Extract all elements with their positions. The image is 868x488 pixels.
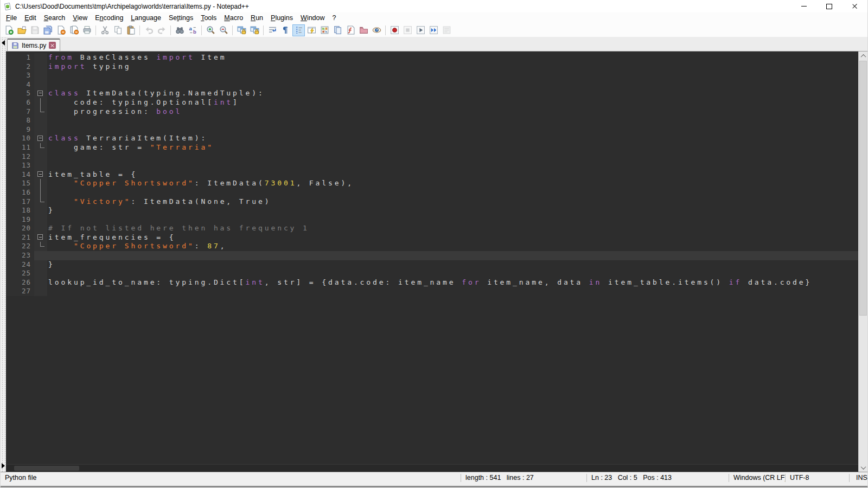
code-line-11[interactable]: 11 game: str = "Terraria" [6,143,858,152]
macro-save-icon[interactable] [441,24,453,36]
code-line-10[interactable]: 10class TerrariaItem(Item): [6,134,858,143]
code-line-24[interactable]: 24} [6,260,858,269]
code-line-25[interactable]: 25 [6,269,858,278]
macro-play-icon[interactable] [414,24,427,36]
code-line-12[interactable]: 12 [6,152,858,162]
dock-expand-right-icon[interactable] [2,463,5,468]
undo-icon[interactable] [143,24,155,36]
cut-icon[interactable] [99,24,111,36]
menu-item-window[interactable]: Window [297,13,328,23]
monitoring-icon[interactable] [371,24,383,36]
vertical-scrollbar-thumb[interactable] [859,61,867,316]
code-line-2[interactable]: 2import typing [6,62,858,72]
code-line-18[interactable]: 18} [6,206,858,215]
fold-collapse-icon[interactable] [34,89,47,98]
save-all-icon[interactable] [42,24,54,36]
menu-item-settings[interactable]: Settings [165,13,197,23]
code-line-1[interactable]: 1from BaseClasses import Item [6,53,858,62]
text-editor[interactable]: 1from BaseClasses import Item2import typ… [6,52,858,472]
replace-icon[interactable]: ab [187,24,199,36]
code-line-5[interactable]: 5class ItemData(typing.NamedTuple): [6,89,858,98]
open-icon[interactable] [16,24,28,36]
tab-items-py[interactable]: Items.py [7,38,60,51]
code-line-3[interactable]: 3 [6,71,858,80]
copy-icon[interactable] [112,24,124,36]
zoom-in-icon[interactable] [205,24,217,36]
folder-as-workspace-icon[interactable] [358,24,370,36]
minimize-button[interactable] [791,0,816,12]
code-line-16[interactable]: 16 [6,188,858,197]
menu-item-edit[interactable]: Edit [21,13,40,23]
status-insert-mode[interactable]: INS [849,474,867,482]
code-line-20[interactable]: 20# If not listed here then has frequenc… [6,224,858,233]
paste-icon[interactable] [125,24,137,36]
scroll-down-icon[interactable] [859,463,867,472]
define-language-icon[interactable] [305,24,318,36]
tab-close-icon[interactable] [49,42,56,49]
code-line-13[interactable]: 13 [6,161,858,170]
find-icon[interactable] [174,24,186,36]
code-line-9[interactable]: 9 [6,125,858,134]
function-list-icon[interactable] [344,24,357,36]
macro-run-multiple-icon[interactable] [427,24,440,36]
menu-item-view[interactable]: View [69,13,91,23]
close-all-icon[interactable] [68,24,80,36]
status-encoding[interactable]: UTF-8 [785,474,849,482]
sync-vertical-scrolling-icon[interactable] [235,24,248,36]
dock-collapse-left-icon[interactable] [2,40,5,46]
close-button[interactable] [842,0,867,12]
code-line-17[interactable]: 17 "Victory": ItemData(None, True) [6,197,858,207]
save-icon[interactable] [29,24,41,36]
sync-horizontal-scrolling-icon[interactable] [248,24,261,36]
code-line-14[interactable]: 14item_table = { [6,170,858,179]
menu-item-run[interactable]: Run [247,13,267,23]
code-line-27[interactable]: 27 [6,287,858,296]
scroll-up-icon[interactable] [859,52,867,60]
menu-item-encoding[interactable]: Encoding [91,13,127,23]
code-line-6[interactable]: 6 code: typing.Optional[int] [6,98,858,107]
document-list-icon[interactable] [331,24,344,36]
code-line-8[interactable]: 8 [6,116,858,125]
fold-collapse-icon[interactable] [34,233,47,242]
status-eol-format[interactable]: Windows (CR LF) [729,474,785,482]
menu-item-tools[interactable]: Tools [197,13,220,23]
code-text [47,116,858,125]
macro-record-icon[interactable] [388,24,401,36]
vertical-scrollbar[interactable] [858,52,867,472]
document-map-icon[interactable] [318,24,331,36]
menu-item-help[interactable]: ? [329,13,340,23]
word-wrap-icon[interactable] [266,24,279,36]
code-line-15[interactable]: 15 "Copper Shortsword": ItemData(73001, … [6,179,858,188]
fold-margin [34,125,47,134]
menu-item-search[interactable]: Search [40,13,69,23]
code-text [47,125,858,134]
code-line-21[interactable]: 21item_frequencies = { [6,233,858,242]
dock-splitter[interactable] [1,37,6,472]
close-icon[interactable] [55,24,67,36]
fold-collapse-icon[interactable] [34,170,47,179]
print-icon[interactable] [81,24,93,36]
fold-margin [34,80,47,89]
code-line-7[interactable]: 7 progression: bool [6,107,858,117]
maximize-button[interactable] [816,0,842,12]
show-indent-guide-icon[interactable] [292,24,305,36]
code-line-26[interactable]: 26lookup_id_to_name: typing.Dict[int, st… [6,278,858,287]
code-line-19[interactable]: 19 [6,215,858,224]
fold-margin [34,116,47,125]
horizontal-scrollbar-thumb[interactable] [14,466,79,471]
redo-icon[interactable] [156,24,168,36]
code-line-4[interactable]: 4 [6,80,858,89]
macro-stop-icon[interactable] [401,24,414,36]
menu-item-file[interactable]: File [2,13,21,23]
menu-item-language[interactable]: Language [127,13,165,23]
zoom-out-icon[interactable] [218,24,230,36]
code-line-22[interactable]: 22 "Copper Shortsword": 87, [6,242,858,251]
code-line-23[interactable]: 23 [6,251,858,260]
fold-collapse-icon[interactable] [34,134,47,143]
menu-item-macro[interactable]: Macro [220,13,247,23]
new-file-icon[interactable] [3,24,15,36]
fold-margin [34,269,47,278]
horizontal-scrollbar[interactable] [6,464,858,472]
menu-item-plugins[interactable]: Plugins [267,13,297,23]
show-all-characters-icon[interactable] [279,24,292,36]
